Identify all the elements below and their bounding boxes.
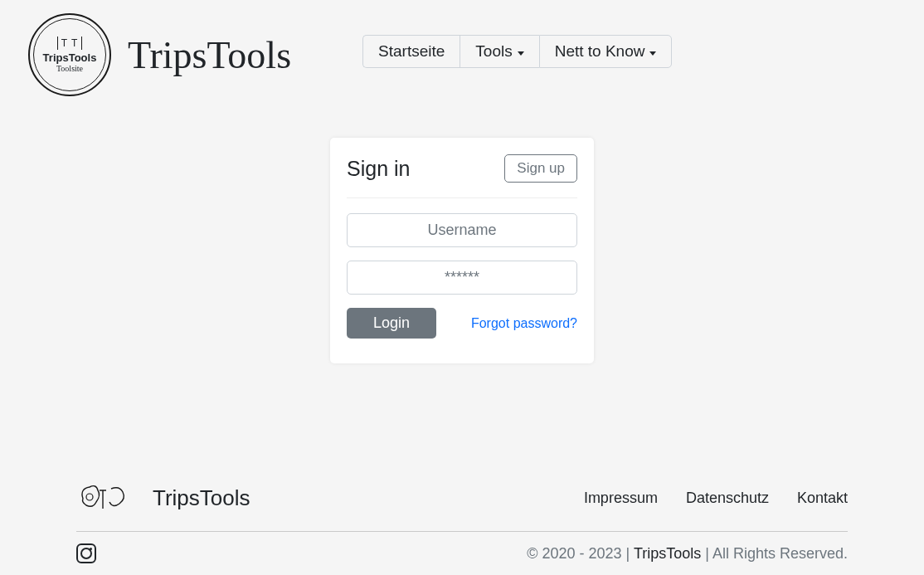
logo-brand-small: TripsTools xyxy=(43,51,97,64)
nav-tools-button[interactable]: Tools xyxy=(460,35,538,68)
footer-links: Impressum Datenschutz Kontakt xyxy=(584,490,848,507)
nav-home-button[interactable]: Startseite xyxy=(362,35,460,68)
signin-card: Sign in Sign up Login Forgot password? xyxy=(330,138,594,363)
caret-down-icon xyxy=(518,51,524,56)
nav-nett-label: Nett to Know xyxy=(555,42,645,61)
nav-tools-label: Tools xyxy=(475,42,512,61)
signup-button[interactable]: Sign up xyxy=(504,154,577,183)
copyright-brand: TripsTools xyxy=(634,545,701,562)
nav-home-label: Startseite xyxy=(378,42,445,61)
scribble-icon xyxy=(78,480,128,515)
footer-impressum-link[interactable]: Impressum xyxy=(584,490,658,507)
caret-down-icon xyxy=(649,51,656,56)
nav: Startseite Tools Nett to Know xyxy=(362,35,672,68)
username-input[interactable] xyxy=(347,213,577,247)
copyright-suffix: | All Rights Reserved. xyxy=(701,545,848,562)
footer-kontakt-link[interactable]: Kontakt xyxy=(797,490,848,507)
logo[interactable]: T T TripsTools Toolsite xyxy=(28,13,111,96)
login-button[interactable]: Login xyxy=(347,308,436,339)
nav-nett-button[interactable]: Nett to Know xyxy=(539,35,673,68)
forgot-password-link[interactable]: Forgot password? xyxy=(471,316,577,331)
brand-text[interactable]: TripsTools xyxy=(128,33,291,77)
svg-point-0 xyxy=(86,494,93,500)
footer-brand[interactable]: TripsTools xyxy=(153,485,250,511)
footer-datenschutz-link[interactable]: Datenschutz xyxy=(686,490,769,507)
copyright: © 2020 - 2023 | TripsTools | All Rights … xyxy=(527,545,848,563)
password-input[interactable] xyxy=(347,261,577,295)
footer-logo-icon[interactable] xyxy=(76,480,129,516)
logo-monogram: T T xyxy=(57,37,83,50)
signin-title: Sign in xyxy=(347,157,410,181)
copyright-prefix: © 2020 - 2023 | xyxy=(527,545,634,562)
instagram-icon[interactable] xyxy=(76,543,96,563)
logo-sub: Toolsite xyxy=(56,64,83,73)
